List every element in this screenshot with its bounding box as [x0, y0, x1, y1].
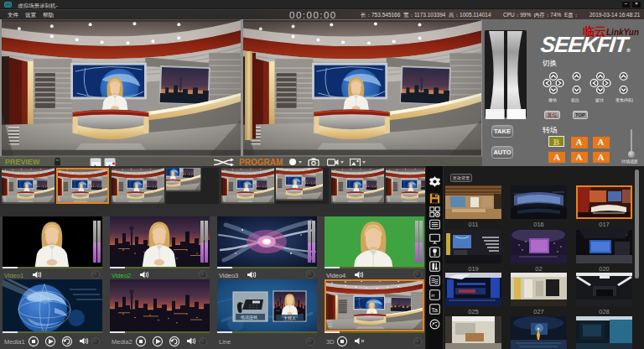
svg-text:Ta: Ta — [431, 306, 439, 314]
svg-text:rr: rr — [432, 293, 435, 298]
